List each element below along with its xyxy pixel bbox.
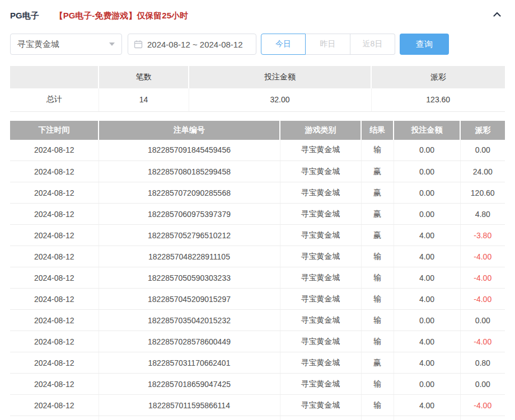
cell-bet-amount: 0.00: [394, 310, 460, 331]
cell-result: 输: [361, 310, 394, 331]
table-row: 2024-08-121822857052796510212寻宝黄金城赢4.00-…: [10, 225, 505, 246]
table-row: 2024-08-121822857045209015297寻宝黄金城输4.00-…: [10, 289, 505, 310]
cell-payout: -4.00: [460, 246, 505, 267]
cell-result: 输: [361, 140, 394, 161]
cell-game-type: 寻宝黄金城: [280, 225, 361, 246]
summary-bet-amount-value: 32.00: [189, 88, 371, 111]
filter-bar: 寻宝黄金城 2024-08-12 ~ 2024-08-12 今日 昨日 近8日 …: [10, 34, 505, 55]
cell-result: 输: [361, 331, 394, 352]
cell-bet-time: 2024-08-12: [10, 374, 99, 395]
cell-payout: 4.80: [460, 204, 505, 225]
cell-bet-amount: 4.00: [394, 395, 460, 416]
cell-game-type: 寻宝黄金城: [280, 374, 361, 395]
summary-count-value: 14: [99, 88, 189, 111]
cell-order-id: [99, 416, 280, 420]
collapse-panel-button[interactable]: [491, 9, 503, 22]
cell-order-id: 1822857091845459456: [99, 140, 280, 161]
bet-table-header-row: 下注时间 注单编号 游戏类别 结果 投注金额 派彩: [10, 121, 505, 140]
cell-payout: 24.00: [460, 161, 505, 182]
cell-result: [361, 416, 394, 420]
cell-game-type: 寻宝黄金城: [280, 310, 361, 331]
cell-game-type: 寻宝黄金城: [280, 331, 361, 352]
today-button[interactable]: 今日: [261, 34, 306, 55]
quick-date-button-group: 今日 昨日 近8日: [261, 34, 395, 55]
table-row: 2024-08-121822857060975397379寻宝黄金城赢0.004…: [10, 204, 505, 225]
table-row: 2024-08-121822857072090285568寻宝黄金城赢0.001…: [10, 182, 505, 204]
table-row: 2024-08-121822857031170662401寻宝黄金城赢4.000…: [10, 352, 505, 374]
cell-bet-time: 2024-08-12: [10, 331, 99, 352]
cell-order-id: 1822857031170662401: [99, 352, 280, 374]
summary-header-empty: [10, 66, 99, 88]
cell-payout: -4.00: [460, 331, 505, 352]
cell-result: 赢: [361, 225, 394, 246]
cell-payout: [460, 416, 505, 420]
cell-bet-time: 2024-08-12: [10, 204, 99, 225]
cell-bet-time: 2024-08-12: [10, 246, 99, 267]
table-row: [10, 416, 505, 420]
cell-payout: 0.00: [460, 310, 505, 331]
cell-order-id: 1822857080185299458: [99, 161, 280, 182]
col-header-result: 结果: [361, 121, 394, 140]
cell-bet-time: 2024-08-12: [10, 267, 99, 289]
cell-bet-amount: 0.00: [394, 374, 460, 395]
chevron-up-icon: [491, 9, 503, 22]
cell-payout: -4.00: [460, 267, 505, 289]
cell-result: 赢: [361, 352, 394, 374]
summary-payout-value: 123.60: [371, 88, 505, 111]
cell-result: 输: [361, 374, 394, 395]
cell-bet-amount: 4.00: [394, 225, 460, 246]
cell-order-id: 1822857050590303233: [99, 267, 280, 289]
cell-order-id: 1822857035042015232: [99, 310, 280, 331]
summary-header-bet-amount: 投注金额: [189, 66, 371, 88]
cell-payout: -4.00: [460, 395, 505, 416]
last-8-days-button[interactable]: 近8日: [350, 34, 395, 55]
cell-bet-amount: 4.00: [394, 246, 460, 267]
cell-result: 赢: [361, 182, 394, 204]
summary-table: 笔数 投注金额 派彩 总计 14 32.00 123.60: [10, 66, 505, 112]
cell-game-type: 寻宝黄金城: [280, 352, 361, 374]
cell-payout: 0.00: [460, 140, 505, 161]
cell-bet-time: 2024-08-12: [10, 161, 99, 182]
cell-payout: -3.80: [460, 225, 505, 246]
game-select[interactable]: 寻宝黄金城: [10, 34, 122, 55]
cell-bet-time: 2024-08-12: [10, 182, 99, 204]
cell-order-id: 1822857072090285568: [99, 182, 280, 204]
table-row: 2024-08-121822857028578600449寻宝黄金城输4.00-…: [10, 331, 505, 352]
cell-bet-amount: 0.00: [394, 204, 460, 225]
yesterday-button[interactable]: 昨日: [306, 34, 350, 55]
retention-notice: 【PG电子-免费游戏】仅保留25小时: [55, 11, 188, 21]
date-range-input[interactable]: 2024-08-12 ~ 2024-08-12: [128, 34, 256, 55]
cell-bet-amount: 4.00: [394, 331, 460, 352]
cell-order-id: 1822857011595866114: [99, 395, 280, 416]
col-header-order-id: 注单编号: [99, 121, 280, 140]
cell-bet-time: [10, 416, 99, 420]
col-header-game-type: 游戏类别: [280, 121, 361, 140]
bet-records-table: 下注时间 注单编号 游戏类别 结果 投注金额 派彩 2024-08-121822…: [10, 121, 505, 420]
cell-order-id: 1822857028578600449: [99, 331, 280, 352]
summary-total-row: 总计 14 32.00 123.60: [10, 88, 505, 111]
cell-game-type: 寻宝黄金城: [280, 161, 361, 182]
cell-payout: -4.00: [460, 289, 505, 310]
cell-order-id: 1822857052796510212: [99, 225, 280, 246]
cell-result: 输: [361, 267, 394, 289]
col-header-payout: 派彩: [460, 121, 505, 140]
cell-bet-time: 2024-08-12: [10, 140, 99, 161]
cell-result: 输: [361, 395, 394, 416]
pg-records-panel: PG电子 【PG电子-免费游戏】仅保留25小时 寻宝黄金城: [0, 8, 515, 420]
col-header-bet-amount: 投注金额: [394, 121, 460, 140]
cell-game-type: 寻宝黄金城: [280, 395, 361, 416]
cell-bet-amount: 4.00: [394, 267, 460, 289]
cell-payout: 0.80: [460, 352, 505, 374]
table-row: 2024-08-121822857035042015232寻宝黄金城输0.000…: [10, 310, 505, 331]
cell-game-type: 寻宝黄金城: [280, 246, 361, 267]
cell-bet-amount: [394, 416, 460, 420]
cell-game-type: 寻宝黄金城: [280, 182, 361, 204]
cell-order-id: 1822857060975397379: [99, 204, 280, 225]
cell-game-type: 寻宝黄金城: [280, 204, 361, 225]
cell-bet-time: 2024-08-12: [10, 225, 99, 246]
search-button[interactable]: 查询: [400, 34, 449, 55]
cell-result: 赢: [361, 204, 394, 225]
cell-game-type: 寻宝黄金城: [280, 267, 361, 289]
col-header-bet-time: 下注时间: [10, 121, 99, 140]
bet-table-body: 2024-08-121822857091845459456寻宝黄金城输0.000…: [10, 140, 505, 420]
